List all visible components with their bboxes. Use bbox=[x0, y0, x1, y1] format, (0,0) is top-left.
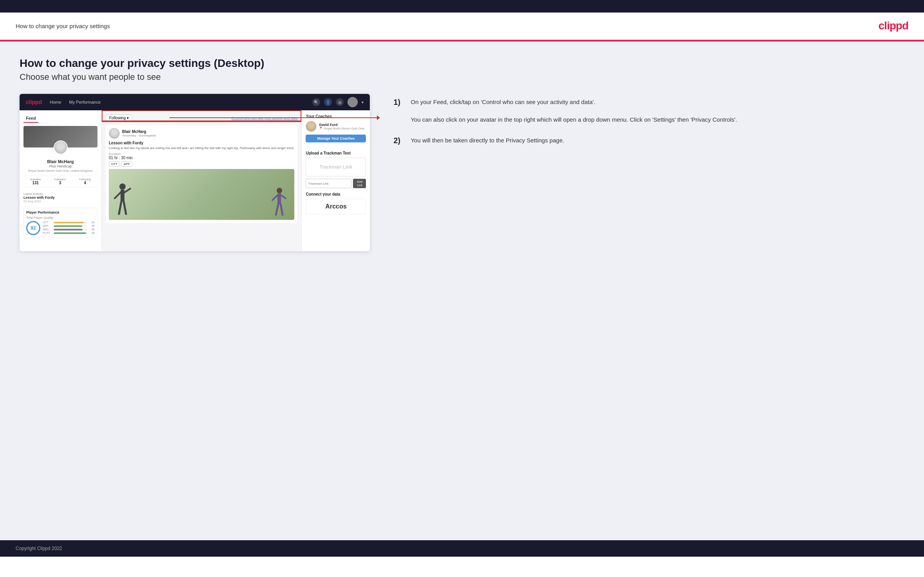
mockup-nav-performance[interactable]: My Performance bbox=[69, 100, 101, 104]
svg-line-9 bbox=[281, 195, 286, 198]
feed-post-header: Blair McHarg Yesterday · Sunningdale bbox=[109, 128, 294, 139]
feed-post-title: Lesson with Fordy bbox=[109, 141, 294, 145]
svg-line-11 bbox=[281, 204, 283, 215]
golfer-right-icon bbox=[271, 187, 288, 218]
svg-line-5 bbox=[124, 201, 126, 214]
feed-post-name: Blair McHarg bbox=[122, 129, 156, 134]
add-link-button[interactable]: Add Link bbox=[353, 179, 366, 188]
instruction-2-text: You will then be taken directly to the P… bbox=[411, 136, 564, 145]
coach-item: David Ford 📍 Royal North Devon Golf Club bbox=[306, 121, 366, 132]
feed-duration-value: 01 hr : 30 min bbox=[109, 156, 294, 160]
stat-following: Following 4 bbox=[79, 178, 91, 185]
pp-bar-ott: OTT 90 bbox=[43, 221, 95, 224]
svg-line-4 bbox=[119, 201, 121, 214]
svg-line-3 bbox=[124, 189, 130, 192]
instruction-2-number: 2) bbox=[393, 136, 405, 145]
page-title: How to change your privacy settings (Des… bbox=[20, 57, 904, 70]
instructions: 1) On your Feed, click/tap on 'Control w… bbox=[385, 94, 904, 157]
svg-point-6 bbox=[277, 188, 282, 193]
pp-bar-app: APP 85 bbox=[43, 225, 95, 227]
instruction-2: 2) You will then be taken directly to th… bbox=[393, 136, 904, 145]
footer: Copyright Clippd 2022 bbox=[0, 540, 924, 557]
page-subtitle: Choose what you want people to see bbox=[20, 72, 904, 82]
feed-post-info: Blair McHarg Yesterday · Sunningdale bbox=[122, 129, 156, 137]
instruction-1-text: On your Feed, click/tap on 'Control who … bbox=[411, 98, 737, 124]
stat-activities-value: 131 bbox=[30, 181, 41, 185]
pp-bar-ott-track bbox=[54, 222, 87, 223]
mockup-nav-home[interactable]: Home bbox=[50, 100, 61, 104]
pp-bar-app-fill bbox=[54, 225, 82, 227]
coach-name: David Ford bbox=[319, 123, 364, 127]
mockup-body: Feed Blair McHarg Plus Handicap Royal No… bbox=[20, 110, 370, 251]
profile-name: Blair McHarg bbox=[23, 159, 97, 164]
pp-bar-ott-val: 90 bbox=[88, 221, 95, 224]
pp-bar-putt-fill bbox=[54, 232, 86, 234]
mockup-nav: clippd Home My Performance 🔍 👤 ◎ ▾ bbox=[20, 94, 370, 110]
pp-bar-arg-label: ARG bbox=[43, 228, 52, 231]
annotation-line bbox=[169, 117, 377, 118]
trackman-box: Trackman Link bbox=[306, 158, 366, 176]
coach-club: 📍 Royal North Devon Golf Club bbox=[319, 127, 364, 130]
stat-following-label: Following bbox=[79, 178, 91, 181]
stat-followers-label: Followers bbox=[54, 178, 66, 181]
coach-club-text: Royal North Devon Golf Club bbox=[324, 127, 364, 130]
avatar-button[interactable] bbox=[348, 97, 358, 107]
coach-info: David Ford 📍 Royal North Devon Golf Club bbox=[319, 123, 364, 130]
instruction-1-number: 1) bbox=[393, 98, 405, 124]
svg-point-0 bbox=[119, 183, 126, 190]
feed-post: Blair McHarg Yesterday · Sunningdale Les… bbox=[106, 125, 297, 223]
latest-activity-value: Lesson with Fordy bbox=[23, 196, 97, 200]
trackman-label: Trackman Link bbox=[309, 164, 362, 170]
mockup-logo: clippd bbox=[26, 99, 42, 105]
content-layout: clippd Home My Performance 🔍 👤 ◎ ▾ bbox=[20, 94, 904, 251]
search-icon[interactable]: 🔍 bbox=[312, 98, 320, 106]
feed-tag-ott: OTT bbox=[109, 162, 120, 167]
following-button[interactable]: Following ▾ bbox=[106, 114, 132, 122]
copyright: Copyright Clippd 2022 bbox=[16, 546, 62, 551]
feed-tab[interactable]: Feed bbox=[23, 114, 38, 123]
logo: clippd bbox=[879, 20, 908, 32]
user-icon[interactable]: 👤 bbox=[324, 98, 332, 106]
pp-bar-arg: ARG 86 bbox=[43, 228, 95, 231]
mockup-sidebar: Feed Blair McHarg Plus Handicap Royal No… bbox=[20, 110, 102, 251]
profile-club: Royal North Devon Golf Club, United King… bbox=[23, 169, 97, 173]
upload-title: Upload a Trackman Test bbox=[306, 151, 366, 155]
feed-image bbox=[109, 169, 294, 220]
feed-duration-label: Duration bbox=[109, 152, 294, 156]
pp-bar-putt-label: PUTT bbox=[43, 232, 52, 234]
instruction-1: 1) On your Feed, click/tap on 'Control w… bbox=[393, 98, 904, 124]
pp-bar-app-track bbox=[54, 225, 87, 227]
mockup-feed: Following ▾ Control who can see your act… bbox=[102, 110, 301, 251]
feed-post-meta: Yesterday · Sunningdale bbox=[122, 134, 156, 137]
profile-handicap: Plus Handicap bbox=[23, 164, 97, 168]
trackman-input-row: Add Link bbox=[306, 179, 366, 188]
connect-section: Connect your data Arccos bbox=[306, 192, 366, 214]
player-performance: Player Performance Total Player Quality … bbox=[23, 208, 97, 238]
upload-section: Upload a Trackman Test Trackman Link Add… bbox=[306, 151, 366, 188]
trackman-input[interactable] bbox=[306, 179, 351, 188]
feed-tag-app: APP bbox=[121, 162, 132, 167]
profile-banner bbox=[23, 126, 97, 147]
header: How to change your privacy settings clip… bbox=[0, 13, 924, 40]
pp-bar-putt: PUTT 96 bbox=[43, 232, 95, 234]
profile-stats: Activities 131 Followers 3 Following 4 bbox=[23, 176, 97, 187]
mockup-right: Your Coaches David Ford 📍 Royal North De… bbox=[301, 110, 370, 251]
coach-avatar bbox=[306, 121, 317, 132]
coaches-section: Your Coaches David Ford 📍 Royal North De… bbox=[306, 114, 366, 146]
pp-bar-app-label: APP bbox=[43, 225, 52, 227]
stat-activities: Activities 131 bbox=[30, 178, 41, 185]
location-icon: 📍 bbox=[319, 127, 323, 130]
pp-row: 92 OTT 90 bbox=[26, 221, 95, 235]
manage-coaches-button[interactable]: Manage Your Coaches bbox=[306, 135, 366, 142]
stat-followers-value: 3 bbox=[54, 181, 66, 185]
compass-icon[interactable]: ◎ bbox=[336, 98, 344, 106]
pp-bar-arg-track bbox=[54, 229, 87, 230]
pp-bar-app-val: 85 bbox=[88, 225, 95, 227]
top-bar bbox=[0, 0, 924, 13]
feed-tags: OTT APP bbox=[109, 162, 294, 167]
stat-followers: Followers 3 bbox=[54, 178, 66, 185]
breadcrumb: How to change your privacy settings bbox=[16, 23, 110, 29]
svg-rect-1 bbox=[121, 190, 124, 201]
stat-following-value: 4 bbox=[79, 181, 91, 185]
profile-avatar-inner bbox=[54, 141, 67, 154]
